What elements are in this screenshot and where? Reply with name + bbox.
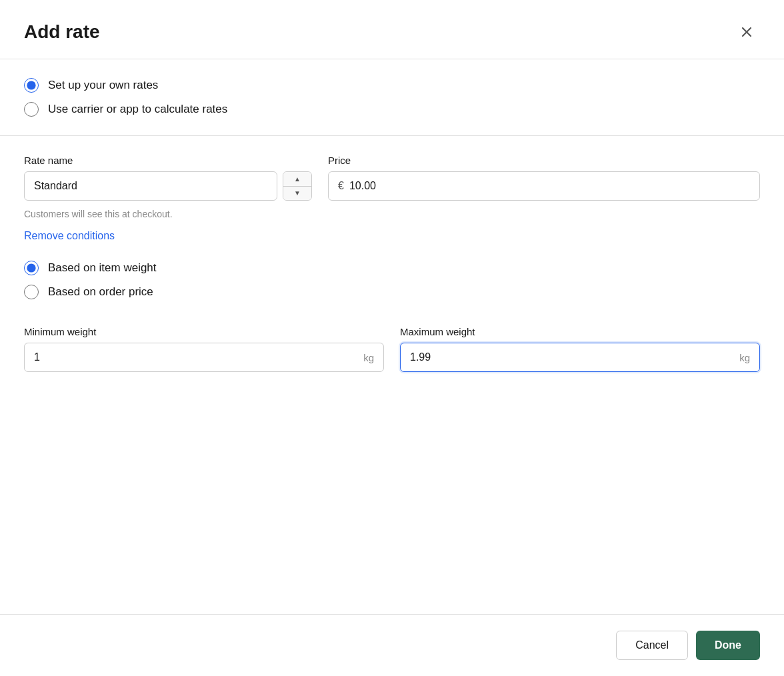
name-price-row: Rate name ▲ ▼ Customers will see this at… xyxy=(24,155,760,219)
rate-type-own-radio[interactable] xyxy=(24,78,39,93)
rate-type-own-text: Set up your own rates xyxy=(48,79,158,92)
rate-name-label: Rate name xyxy=(24,155,312,166)
rate-name-input-row: ▲ ▼ xyxy=(24,171,312,201)
spinner-down-button[interactable]: ▼ xyxy=(283,187,311,201)
remove-conditions-button[interactable]: Remove conditions xyxy=(24,230,115,242)
condition-price-radio[interactable] xyxy=(24,285,39,299)
min-weight-input[interactable] xyxy=(34,343,358,371)
min-weight-input-wrapper: kg xyxy=(24,343,384,372)
min-weight-unit: kg xyxy=(363,352,374,363)
price-label: Price xyxy=(328,155,760,166)
rate-type-radio-group: Set up your own rates Use carrier or app… xyxy=(24,78,760,117)
spinner-up-button[interactable]: ▲ xyxy=(283,172,311,186)
dialog-header: Add rate xyxy=(0,0,784,59)
currency-symbol: € xyxy=(338,180,344,192)
rate-type-section: Set up your own rates Use carrier or app… xyxy=(0,59,784,135)
price-input-wrapper: € xyxy=(328,171,760,201)
price-group: Price € xyxy=(328,155,760,219)
weight-form-row: Minimum weight kg Maximum weight kg xyxy=(24,326,760,372)
min-weight-label: Minimum weight xyxy=(24,326,384,337)
conditions-radio-group: Based on item weight Based on order pric… xyxy=(24,261,760,299)
max-weight-input[interactable] xyxy=(410,343,734,371)
rate-name-spinner: ▲ ▼ xyxy=(283,171,312,201)
rate-type-own-label[interactable]: Set up your own rates xyxy=(24,78,760,93)
max-weight-label: Maximum weight xyxy=(400,326,760,337)
condition-weight-radio[interactable] xyxy=(24,261,39,275)
price-input[interactable] xyxy=(349,172,750,200)
close-button[interactable] xyxy=(733,19,760,45)
conditions-section: Based on item weight Based on order pric… xyxy=(0,261,784,318)
dialog-footer: Cancel Done xyxy=(0,614,784,676)
rate-name-group: Rate name ▲ ▼ Customers will see this at… xyxy=(24,155,312,219)
max-weight-unit: kg xyxy=(739,352,750,363)
condition-weight-text: Based on item weight xyxy=(48,261,157,275)
weight-section: Minimum weight kg Maximum weight kg xyxy=(0,318,784,391)
rate-type-carrier-text: Use carrier or app to calculate rates xyxy=(48,103,227,116)
max-weight-input-wrapper: kg xyxy=(400,343,760,372)
rate-type-carrier-label[interactable]: Use carrier or app to calculate rates xyxy=(24,102,760,117)
cancel-button[interactable]: Cancel xyxy=(616,631,688,660)
rate-name-helper: Customers will see this at checkout. xyxy=(24,209,312,219)
min-weight-group: Minimum weight kg xyxy=(24,326,384,372)
rate-type-carrier-radio[interactable] xyxy=(24,102,39,117)
add-rate-dialog: Add rate Set up your own rates Use carri… xyxy=(0,0,784,676)
max-weight-group: Maximum weight kg xyxy=(400,326,760,372)
rate-name-input[interactable] xyxy=(24,171,277,201)
done-button[interactable]: Done xyxy=(696,631,760,660)
rate-name-price-section: Rate name ▲ ▼ Customers will see this at… xyxy=(0,136,784,261)
dialog-title: Add rate xyxy=(24,21,100,43)
condition-weight-label[interactable]: Based on item weight xyxy=(24,261,760,275)
condition-price-label[interactable]: Based on order price xyxy=(24,285,760,299)
condition-price-text: Based on order price xyxy=(48,285,153,299)
